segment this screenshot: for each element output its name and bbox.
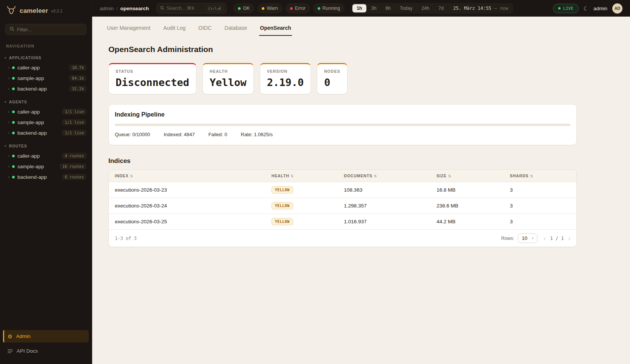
range-7d[interactable]: 7d [434, 4, 448, 12]
sidebar-item-api-docs[interactable]: API Docs [3, 345, 89, 357]
cell-health: YELLOW [266, 198, 338, 214]
filter-error-button[interactable]: Error [286, 3, 310, 13]
cell-documents: 1.298.357 [338, 198, 431, 214]
routes-badge: 4 routes [62, 153, 86, 159]
item-label: caller-app [17, 109, 40, 115]
date-from: 25. März 14:55 [453, 6, 491, 11]
table-row[interactable]: executions-2026-03-25 YELLOW 1.016.937 4… [109, 214, 576, 230]
pipeline-title: Indexing Pipeline [115, 111, 570, 118]
app-logo[interactable]: cameleer v3.2.1 [0, 0, 92, 21]
cell-documents: 1.016.937 [338, 214, 431, 230]
section-header-applications[interactable]: ▾ APPLICATIONS [0, 54, 92, 62]
tab-user-management[interactable]: User Management [106, 24, 151, 36]
sidebar-item-backend-app[interactable]: › backend-app 32.2k [0, 83, 92, 94]
sidebar-item-sample-app[interactable]: › sample-app 84.1k [0, 73, 92, 83]
search-input[interactable] [167, 6, 204, 11]
filter-running-button[interactable]: Running [313, 3, 345, 13]
filter-warn-button[interactable]: Warn [257, 3, 282, 13]
cell-shards: 3 [504, 214, 576, 230]
section-label: APPLICATIONS [9, 56, 42, 60]
table-footer-right: Rows: 10 ▾ ‹ 1 / 1 › [501, 233, 570, 243]
page-title: OpenSearch Administration [108, 45, 577, 54]
date-range-display[interactable]: 25. März 14:55 — now [453, 6, 508, 11]
health-badge: YELLOW [272, 218, 293, 225]
sort-icon: ⇅ [530, 174, 533, 178]
app-version: v3.2.1 [51, 9, 62, 13]
app-root: cameleer v3.2.1 NAVIGATION ▾ APPLICATION… [0, 0, 630, 364]
next-page-button[interactable]: › [568, 235, 570, 241]
sidebar-item-routes-backend-app[interactable]: › backend-app 6 routes [0, 172, 92, 182]
range-3h[interactable]: 3h [367, 4, 381, 12]
admin-label: Admin [16, 333, 31, 339]
column-label: INDEX [115, 174, 128, 178]
count-badge: 84.1k [69, 75, 86, 81]
main-area: admin / opensearch Ctrl+K OK [92, 0, 630, 364]
tab-audit-log[interactable]: Audit Log [162, 24, 186, 36]
sidebar-filter [5, 24, 86, 35]
sidebar-item-agent-sample-app[interactable]: › sample-app 1/1 live [0, 117, 92, 127]
pipeline-failed: Failed: 0 [208, 132, 227, 137]
sidebar-item-routes-sample-app[interactable]: › sample-app 16 routes [0, 161, 92, 172]
stat-value: Disconnected [116, 77, 189, 88]
cell-index: executions-2026-03-24 [109, 198, 266, 214]
status-dot [12, 155, 15, 157]
column-header-health[interactable]: HEALTH⇅ [266, 170, 338, 182]
range-24h[interactable]: 24h [417, 4, 434, 12]
filter-input[interactable] [17, 27, 82, 32]
sidebar-item-caller-app[interactable]: › caller-app 10.7k [0, 62, 92, 73]
page-indicator: 1 / 1 [550, 236, 564, 241]
stat-card-nodes: NODES 0 [317, 63, 347, 94]
range-today[interactable]: Today [396, 4, 417, 12]
item-label: backend-app [17, 130, 47, 136]
tab-database[interactable]: Database [224, 24, 248, 36]
sidebar-item-admin[interactable]: ⚙ Admin [3, 330, 89, 342]
item-label: sample-app [17, 75, 44, 81]
column-header-index[interactable]: INDEX⇅ [109, 170, 266, 182]
pagination: ‹ 1 / 1 › [544, 235, 570, 241]
avatar[interactable]: AD [612, 3, 622, 14]
tab-opensearch[interactable]: OpenSearch [259, 24, 292, 36]
indices-table-card: INDEX⇅ HEALTH⇅ DOCUMENTS⇅ SIZE⇅ [108, 169, 577, 247]
live-badge: 1/1 live [62, 109, 86, 115]
dark-mode-toggle[interactable]: ☾ [584, 6, 588, 11]
status-dot [12, 121, 15, 124]
sidebar-item-routes-caller-app[interactable]: › caller-app 4 routes [0, 151, 92, 161]
column-header-documents[interactable]: DOCUMENTS⇅ [338, 170, 431, 182]
time-range-picker: 1h 3h 6h Today 24h 7d 25. März 14:55 — n… [351, 3, 513, 14]
prev-page-button[interactable]: ‹ [544, 235, 545, 241]
stat-label: STATUS [116, 69, 189, 74]
filter-ok-button[interactable]: OK [233, 3, 254, 13]
breadcrumb-separator: / [116, 6, 118, 11]
live-dot-icon [558, 7, 561, 9]
tab-oidc[interactable]: OIDC [198, 24, 212, 36]
chevron-down-icon: ▾ [5, 144, 6, 148]
column-label: SIZE [437, 174, 447, 178]
chevron-right-icon: › [8, 175, 9, 179]
range-6h[interactable]: 6h [381, 4, 395, 12]
range-1h[interactable]: 1h [352, 4, 366, 12]
table-row[interactable]: executions-2026-03-23 YELLOW 108.363 16.… [109, 182, 576, 198]
sidebar-item-agent-backend-app[interactable]: › backend-app 1/1 live [0, 127, 92, 138]
breadcrumb-admin[interactable]: admin [100, 6, 114, 11]
live-toggle[interactable]: LIVE [553, 4, 579, 13]
stat-card-health: HEALTH Yellow [202, 63, 254, 94]
section-header-agents[interactable]: ▾ AGENTS [0, 98, 92, 106]
gear-icon: ⚙ [8, 334, 12, 339]
column-label: HEALTH [272, 174, 289, 178]
chevron-down-icon: ▾ [532, 237, 533, 240]
chevron-right-icon: › [8, 131, 9, 135]
section-header-routes[interactable]: ▾ ROUTES [0, 143, 92, 151]
section-label: AGENTS [9, 100, 27, 104]
cell-size: 16.8 MB [431, 182, 504, 198]
rows-per-page-select[interactable]: 10 ▾ [518, 233, 537, 243]
item-label: caller-app [17, 153, 40, 159]
chevron-right-icon: › [8, 76, 9, 80]
breadcrumb: admin / opensearch [100, 6, 149, 11]
column-header-shards[interactable]: SHARDS⇅ [504, 170, 576, 182]
table-footer: 1-3 of 3 Rows: 10 ▾ ‹ 1 [109, 230, 576, 247]
status-dot [12, 165, 15, 168]
sidebar-item-agent-caller-app[interactable]: › caller-app 1/1 live [0, 106, 92, 117]
routes-badge: 16 routes [60, 163, 86, 169]
column-header-size[interactable]: SIZE⇅ [431, 170, 504, 182]
table-row[interactable]: executions-2026-03-24 YELLOW 1.298.357 2… [109, 198, 576, 214]
